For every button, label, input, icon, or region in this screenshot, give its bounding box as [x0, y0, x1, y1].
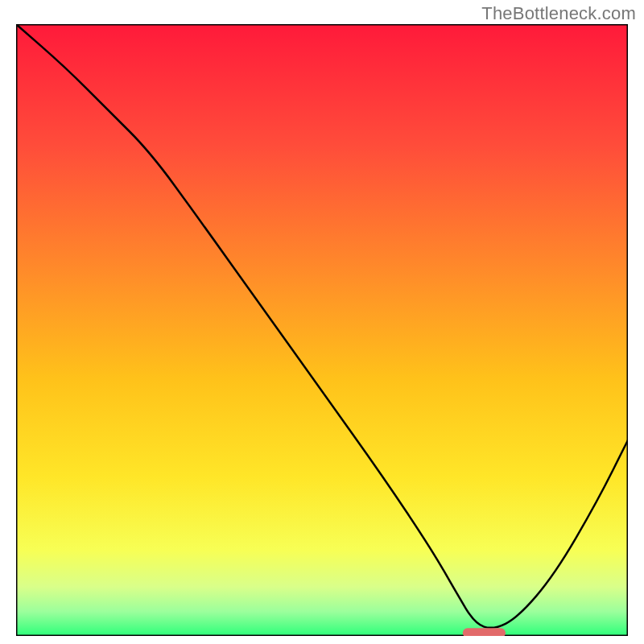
watermark-text: TheBottleneck.com	[481, 3, 636, 24]
optimal-zone-marker	[463, 628, 506, 636]
bottleneck-plot	[16, 24, 628, 636]
chart-container: TheBottleneck.com	[0, 0, 644, 644]
plot-background	[16, 24, 628, 636]
